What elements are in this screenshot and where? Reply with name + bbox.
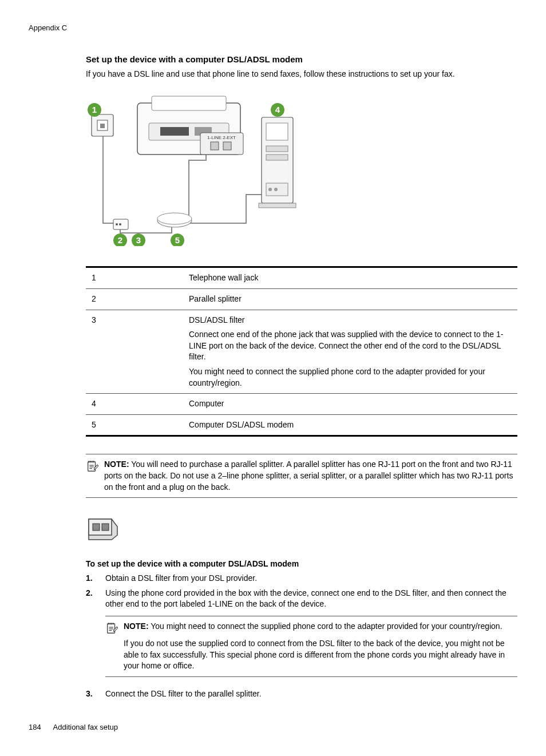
svg-rect-17 [266, 123, 288, 140]
step-num: 2. [86, 588, 95, 685]
section-title: Set up the device with a computer DSL/AD… [86, 53, 517, 65]
note-icon [86, 460, 98, 473]
instructions-title: To set up the device with a computer DSL… [86, 559, 517, 570]
row-desc: Computer DSL/ADSL modem [183, 414, 517, 436]
svg-rect-31 [102, 524, 109, 531]
inner-note-label: NOTE: [124, 622, 149, 631]
port-label: 1-LINE 2-EXT [207, 135, 236, 140]
row-num: 5 [86, 414, 183, 436]
step-num: 3. [86, 688, 95, 700]
row-desc: Telephone wall jack [183, 267, 517, 289]
main-content: Set up the device with a computer DSL/AD… [86, 53, 517, 699]
appendix-label: Appendix C [29, 23, 517, 33]
row-num: 4 [86, 394, 183, 415]
svg-rect-18 [266, 146, 288, 152]
svg-rect-9 [211, 142, 219, 150]
row-num: 1 [86, 267, 183, 289]
table-row: 4Computer [86, 394, 517, 415]
table-row: 2Parallel splitter [86, 288, 517, 310]
callout-2: 2 [118, 235, 122, 245]
note-text: NOTE: You will need to purchase a parall… [104, 459, 517, 493]
callout-3: 3 [136, 235, 141, 245]
svg-rect-2 [100, 124, 105, 128]
note-icon [105, 622, 118, 635]
step-num: 1. [86, 573, 95, 584]
row-num: 2 [86, 288, 183, 310]
svg-rect-6 [160, 127, 189, 136]
note-label: NOTE: [104, 460, 129, 469]
table-row: 1Telephone wall jack [86, 267, 517, 289]
row-desc: Parallel splitter [183, 288, 517, 310]
instructions-list: 1. Obtain a DSL filter from your DSL pro… [86, 573, 517, 699]
step-text: Using the phone cord provided in the box… [105, 588, 517, 610]
svg-point-21 [268, 188, 272, 191]
callout-1: 1 [92, 105, 97, 114]
list-item: 3. Connect the DSL filter to the paralle… [86, 688, 517, 700]
inner-note: NOTE: You might need to connect the supp… [105, 616, 517, 677]
step-body: Using the phone cord provided in the box… [105, 588, 517, 685]
svg-rect-10 [223, 142, 231, 150]
callout-5: 5 [175, 235, 180, 245]
page-footer: 184 Additional fax setup [29, 722, 517, 733]
step-text: Obtain a DSL filter from your DSL provid… [105, 573, 517, 584]
svg-point-22 [274, 188, 278, 191]
callout-4: 4 [275, 105, 280, 114]
list-item: 2. Using the phone cord provided in the … [86, 588, 517, 685]
note-box: NOTE: You will need to purchase a parall… [86, 454, 517, 498]
svg-rect-23 [259, 203, 296, 208]
svg-point-12 [116, 223, 118, 225]
row-desc: Computer [183, 394, 517, 415]
table-row: 3 DSL/ADSL filter Connect one end of the… [86, 310, 517, 394]
footer-title: Additional fax setup [53, 723, 118, 731]
step-text: Connect the DSL filter to the parallel s… [105, 688, 517, 700]
list-item: 1. Obtain a DSL filter from your DSL pro… [86, 573, 517, 584]
inner-note-text2: If you do not use the supplied cord to c… [124, 638, 517, 672]
splitter-image [86, 512, 517, 544]
table-row: 5Computer DSL/ADSL modem [86, 414, 517, 436]
svg-rect-19 [266, 155, 288, 160]
section-intro: If you have a DSL line and use that phon… [86, 69, 517, 80]
svg-rect-30 [93, 524, 100, 531]
row-num: 3 [86, 310, 183, 394]
row-desc: DSL/ADSL filter Connect one end of the p… [183, 310, 517, 394]
svg-point-13 [119, 223, 121, 225]
svg-rect-4 [152, 96, 226, 110]
inner-note-text1: You might need to connect the supplied p… [151, 622, 502, 631]
svg-point-15 [157, 213, 192, 224]
setup-diagram: 1-LINE 2-EXT 1 2 [86, 92, 517, 250]
page-number: 184 [29, 722, 41, 733]
parts-table: 1Telephone wall jack 2Parallel splitter … [86, 266, 517, 437]
